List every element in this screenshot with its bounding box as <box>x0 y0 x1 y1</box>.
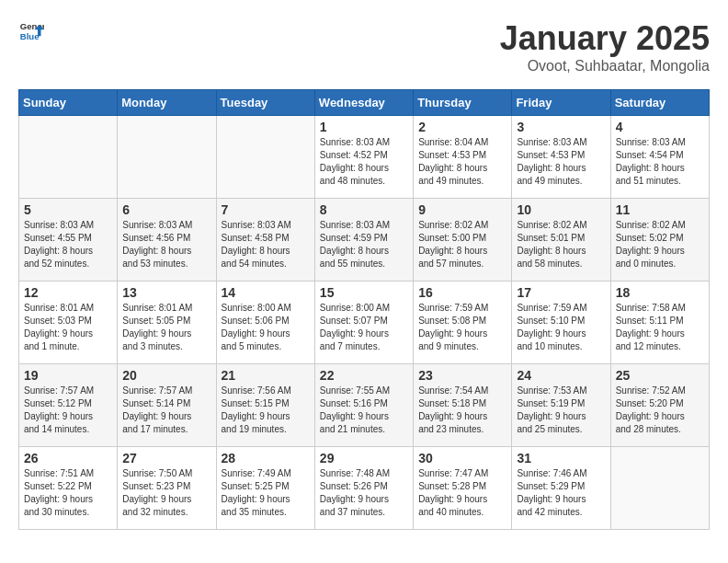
calendar-cell: 23Sunrise: 7:54 AM Sunset: 5:18 PM Dayli… <box>414 364 512 447</box>
calendar-cell: 29Sunrise: 7:48 AM Sunset: 5:26 PM Dayli… <box>314 447 413 530</box>
calendar-week-row: 12Sunrise: 8:01 AM Sunset: 5:03 PM Dayli… <box>19 282 710 364</box>
header-wednesday: Wednesday <box>314 90 413 116</box>
day-info: Sunrise: 8:00 AM Sunset: 5:07 PM Dayligh… <box>320 302 408 353</box>
day-info: Sunrise: 8:02 AM Sunset: 5:01 PM Dayligh… <box>517 219 605 270</box>
calendar-cell: 4Sunrise: 8:03 AM Sunset: 4:54 PM Daylig… <box>610 116 709 199</box>
day-number: 25 <box>616 368 704 383</box>
calendar-cell: 11Sunrise: 8:02 AM Sunset: 5:02 PM Dayli… <box>610 199 709 282</box>
calendar-cell: 24Sunrise: 7:53 AM Sunset: 5:19 PM Dayli… <box>512 364 610 447</box>
day-number: 4 <box>616 120 704 134</box>
day-number: 20 <box>122 368 210 383</box>
calendar-cell: 6Sunrise: 8:03 AM Sunset: 4:56 PM Daylig… <box>118 199 216 282</box>
day-info: Sunrise: 8:01 AM Sunset: 5:05 PM Dayligh… <box>122 302 210 353</box>
day-number: 26 <box>24 451 112 465</box>
day-number: 30 <box>418 451 506 465</box>
day-number: 11 <box>616 202 704 217</box>
calendar-week-row: 5Sunrise: 8:03 AM Sunset: 4:55 PM Daylig… <box>19 199 710 282</box>
calendar-cell: 31Sunrise: 7:46 AM Sunset: 5:29 PM Dayli… <box>512 447 610 530</box>
day-number: 3 <box>517 120 605 134</box>
day-number: 31 <box>517 451 605 465</box>
weekday-header-row: Sunday Monday Tuesday Wednesday Thursday… <box>19 90 710 116</box>
calendar-cell: 1Sunrise: 8:03 AM Sunset: 4:52 PM Daylig… <box>314 116 413 199</box>
day-number: 1 <box>320 120 408 134</box>
day-info: Sunrise: 7:47 AM Sunset: 5:28 PM Dayligh… <box>418 467 506 519</box>
day-info: Sunrise: 7:59 AM Sunset: 5:10 PM Dayligh… <box>517 302 605 353</box>
calendar-cell: 28Sunrise: 7:49 AM Sunset: 5:25 PM Dayli… <box>216 447 314 530</box>
day-number: 10 <box>517 202 605 217</box>
header-thursday: Thursday <box>414 90 512 116</box>
day-info: Sunrise: 8:03 AM Sunset: 4:54 PM Dayligh… <box>616 136 704 188</box>
calendar-cell: 21Sunrise: 7:56 AM Sunset: 5:15 PM Dayli… <box>216 364 314 447</box>
calendar-cell: 26Sunrise: 7:51 AM Sunset: 5:22 PM Dayli… <box>19 447 118 530</box>
calendar-cell: 19Sunrise: 7:57 AM Sunset: 5:12 PM Dayli… <box>19 364 118 447</box>
calendar-cell <box>610 447 709 530</box>
calendar-cell: 2Sunrise: 8:04 AM Sunset: 4:53 PM Daylig… <box>414 116 512 199</box>
day-info: Sunrise: 7:53 AM Sunset: 5:19 PM Dayligh… <box>517 385 605 436</box>
day-number: 13 <box>122 285 210 300</box>
day-info: Sunrise: 7:55 AM Sunset: 5:16 PM Dayligh… <box>320 385 408 436</box>
day-number: 24 <box>517 368 605 383</box>
day-info: Sunrise: 7:48 AM Sunset: 5:26 PM Dayligh… <box>320 467 408 519</box>
header-tuesday: Tuesday <box>216 90 314 116</box>
day-info: Sunrise: 8:02 AM Sunset: 5:02 PM Dayligh… <box>616 219 704 270</box>
logo-icon: General Blue <box>18 18 44 44</box>
day-number: 21 <box>222 368 310 383</box>
calendar-cell: 12Sunrise: 8:01 AM Sunset: 5:03 PM Dayli… <box>19 282 118 364</box>
day-info: Sunrise: 8:03 AM Sunset: 4:53 PM Dayligh… <box>517 136 605 188</box>
day-info: Sunrise: 7:54 AM Sunset: 5:18 PM Dayligh… <box>418 385 506 436</box>
calendar-cell: 9Sunrise: 8:02 AM Sunset: 5:00 PM Daylig… <box>414 199 512 282</box>
calendar-cell: 15Sunrise: 8:00 AM Sunset: 5:07 PM Dayli… <box>314 282 413 364</box>
day-number: 18 <box>616 285 704 300</box>
calendar-table: Sunday Monday Tuesday Wednesday Thursday… <box>18 89 710 530</box>
calendar-cell: 5Sunrise: 8:03 AM Sunset: 4:55 PM Daylig… <box>19 199 118 282</box>
svg-text:Blue: Blue <box>20 31 40 41</box>
day-number: 8 <box>320 202 408 217</box>
calendar-cell: 14Sunrise: 8:00 AM Sunset: 5:06 PM Dayli… <box>216 282 314 364</box>
calendar-cell: 18Sunrise: 7:58 AM Sunset: 5:11 PM Dayli… <box>610 282 709 364</box>
day-number: 29 <box>320 451 408 465</box>
day-number: 7 <box>222 202 310 217</box>
day-info: Sunrise: 8:03 AM Sunset: 4:56 PM Dayligh… <box>122 219 210 270</box>
calendar-cell <box>118 116 216 199</box>
day-info: Sunrise: 8:01 AM Sunset: 5:03 PM Dayligh… <box>24 302 112 353</box>
calendar-cell: 17Sunrise: 7:59 AM Sunset: 5:10 PM Dayli… <box>512 282 610 364</box>
calendar-cell <box>216 116 314 199</box>
calendar-cell: 20Sunrise: 7:57 AM Sunset: 5:14 PM Dayli… <box>118 364 216 447</box>
calendar-cell: 25Sunrise: 7:52 AM Sunset: 5:20 PM Dayli… <box>610 364 709 447</box>
day-number: 14 <box>222 285 310 300</box>
day-info: Sunrise: 7:50 AM Sunset: 5:23 PM Dayligh… <box>122 467 210 519</box>
header-saturday: Saturday <box>610 90 709 116</box>
title-area: January 2025 Ovoot, Suhbaatar, Mongolia <box>500 18 710 75</box>
day-info: Sunrise: 7:56 AM Sunset: 5:15 PM Dayligh… <box>222 385 310 436</box>
calendar-cell: 3Sunrise: 8:03 AM Sunset: 4:53 PM Daylig… <box>512 116 610 199</box>
day-info: Sunrise: 8:03 AM Sunset: 4:58 PM Dayligh… <box>222 219 310 270</box>
day-info: Sunrise: 8:03 AM Sunset: 4:59 PM Dayligh… <box>320 219 408 270</box>
calendar-cell: 10Sunrise: 8:02 AM Sunset: 5:01 PM Dayli… <box>512 199 610 282</box>
calendar-cell: 8Sunrise: 8:03 AM Sunset: 4:59 PM Daylig… <box>314 199 413 282</box>
calendar-cell: 7Sunrise: 8:03 AM Sunset: 4:58 PM Daylig… <box>216 199 314 282</box>
day-info: Sunrise: 7:46 AM Sunset: 5:29 PM Dayligh… <box>517 467 605 519</box>
calendar-cell <box>19 116 118 199</box>
calendar-cell: 30Sunrise: 7:47 AM Sunset: 5:28 PM Dayli… <box>414 447 512 530</box>
calendar-week-row: 19Sunrise: 7:57 AM Sunset: 5:12 PM Dayli… <box>19 364 710 447</box>
day-info: Sunrise: 8:03 AM Sunset: 4:55 PM Dayligh… <box>24 219 112 270</box>
day-number: 22 <box>320 368 408 383</box>
day-number: 19 <box>24 368 112 383</box>
day-info: Sunrise: 7:57 AM Sunset: 5:12 PM Dayligh… <box>24 385 112 436</box>
day-info: Sunrise: 7:58 AM Sunset: 5:11 PM Dayligh… <box>616 302 704 353</box>
day-number: 16 <box>418 285 506 300</box>
day-number: 17 <box>517 285 605 300</box>
day-info: Sunrise: 7:49 AM Sunset: 5:25 PM Dayligh… <box>222 467 310 519</box>
day-number: 23 <box>418 368 506 383</box>
day-number: 27 <box>122 451 210 465</box>
header-sunday: Sunday <box>19 90 118 116</box>
calendar-cell: 22Sunrise: 7:55 AM Sunset: 5:16 PM Dayli… <box>314 364 413 447</box>
page-header: General Blue January 2025 Ovoot, Suhbaat… <box>18 18 710 75</box>
day-info: Sunrise: 8:04 AM Sunset: 4:53 PM Dayligh… <box>418 136 506 188</box>
calendar-title: January 2025 <box>500 18 710 58</box>
day-info: Sunrise: 8:02 AM Sunset: 5:00 PM Dayligh… <box>418 219 506 270</box>
day-number: 15 <box>320 285 408 300</box>
calendar-cell: 16Sunrise: 7:59 AM Sunset: 5:08 PM Dayli… <box>414 282 512 364</box>
day-number: 5 <box>24 202 112 217</box>
day-number: 28 <box>222 451 310 465</box>
